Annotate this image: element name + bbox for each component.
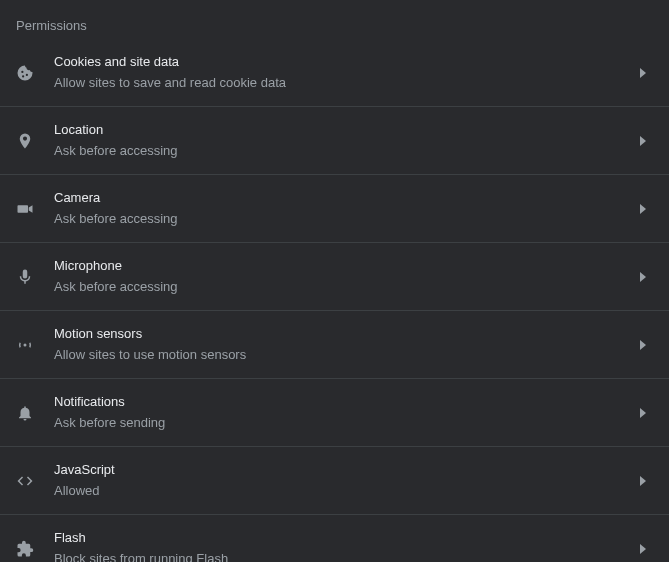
chevron-right-icon: [633, 544, 653, 554]
permission-row-cookies[interactable]: Cookies and site data Allow sites to sav…: [0, 39, 669, 107]
permission-title: Motion sensors: [54, 325, 633, 343]
permission-subtitle: Ask before accessing: [54, 278, 633, 296]
permission-subtitle: Ask before accessing: [54, 210, 633, 228]
permission-subtitle: Ask before accessing: [54, 142, 633, 160]
motion-sensors-icon: [16, 336, 54, 354]
permission-row-microphone[interactable]: Microphone Ask before accessing: [0, 243, 669, 311]
permission-title: Flash: [54, 529, 633, 547]
chevron-right-icon: [633, 408, 653, 418]
permission-row-camera[interactable]: Camera Ask before accessing: [0, 175, 669, 243]
permission-row-notifications[interactable]: Notifications Ask before sending: [0, 379, 669, 447]
puzzle-icon: [16, 540, 54, 558]
permission-subtitle: Allow sites to use motion sensors: [54, 346, 633, 364]
chevron-right-icon: [633, 476, 653, 486]
permission-row-location[interactable]: Location Ask before accessing: [0, 107, 669, 175]
camera-icon: [16, 200, 54, 218]
microphone-icon: [16, 268, 54, 286]
permission-title: Notifications: [54, 393, 633, 411]
permission-title: Cookies and site data: [54, 53, 633, 71]
chevron-right-icon: [633, 272, 653, 282]
permission-row-motion-sensors[interactable]: Motion sensors Allow sites to use motion…: [0, 311, 669, 379]
chevron-right-icon: [633, 68, 653, 78]
chevron-right-icon: [633, 136, 653, 146]
permission-subtitle: Ask before sending: [54, 414, 633, 432]
permission-row-flash[interactable]: Flash Block sites from running Flash: [0, 515, 669, 562]
permission-row-javascript[interactable]: JavaScript Allowed: [0, 447, 669, 515]
chevron-right-icon: [633, 204, 653, 214]
permission-title: JavaScript: [54, 461, 633, 479]
permission-subtitle: Allowed: [54, 482, 633, 500]
permission-title: Camera: [54, 189, 633, 207]
permission-title: Location: [54, 121, 633, 139]
permission-title: Microphone: [54, 257, 633, 275]
code-icon: [16, 472, 54, 490]
permission-subtitle: Allow sites to save and read cookie data: [54, 74, 633, 92]
chevron-right-icon: [633, 340, 653, 350]
bell-icon: [16, 404, 54, 422]
cookie-icon: [16, 64, 54, 82]
location-icon: [16, 132, 54, 150]
section-title: Permissions: [0, 0, 669, 39]
permission-subtitle: Block sites from running Flash: [54, 550, 633, 562]
